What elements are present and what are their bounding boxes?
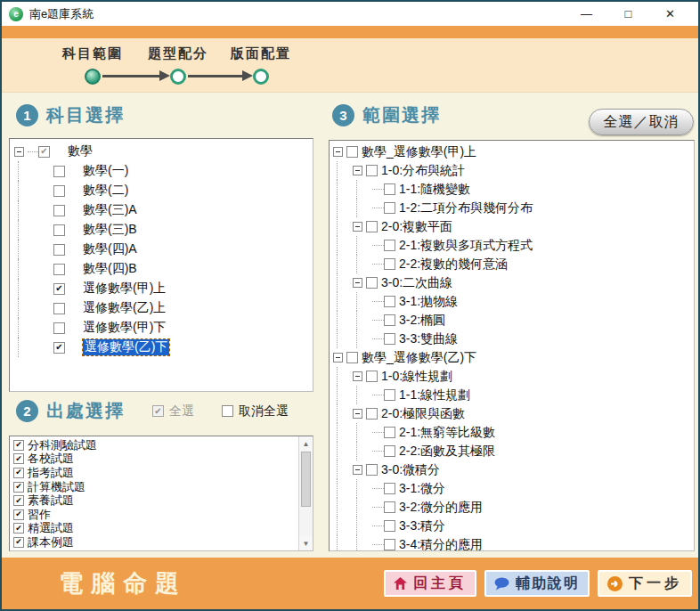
tree-row[interactable]: 數學_選修數學(甲)上 <box>330 143 694 161</box>
tree-row[interactable]: 1-0:線性規劃 <box>330 367 694 386</box>
expand-toggle-icon[interactable] <box>353 409 362 419</box>
tree-row[interactable]: 3-4:積分的應用 <box>330 535 694 551</box>
tree-row[interactable]: 數學(三)A <box>10 200 313 220</box>
tree-checkbox[interactable] <box>53 244 65 256</box>
scrollbar[interactable] <box>298 436 313 550</box>
tree-checkbox[interactable] <box>384 258 395 270</box>
tree-checkbox[interactable] <box>346 146 358 158</box>
expand-toggle-icon[interactable] <box>353 371 362 381</box>
expand-toggle-icon[interactable] <box>353 166 362 175</box>
tree-row[interactable]: 3-3:積分 <box>330 517 694 535</box>
expand-toggle-icon[interactable] <box>333 147 343 157</box>
tree-checkbox[interactable] <box>366 371 378 382</box>
tree-checkbox[interactable] <box>384 427 395 438</box>
list-item-checkbox[interactable] <box>13 453 24 464</box>
tree-row[interactable]: 數學(四)B <box>10 259 313 279</box>
select-all-checkbox[interactable] <box>152 405 164 417</box>
expand-toggle-icon[interactable] <box>353 278 362 288</box>
tree-checkbox[interactable] <box>53 224 65 236</box>
tree-row[interactable]: 選修數學(甲)下 <box>10 318 313 338</box>
tree-row[interactable]: 3-1:微分 <box>330 479 694 498</box>
list-item-checkbox[interactable] <box>13 523 24 534</box>
tree-checkbox[interactable] <box>384 183 395 195</box>
tree-row[interactable]: 選修數學(甲)上 <box>10 279 313 298</box>
tree-checkbox[interactable] <box>53 303 65 314</box>
tree-checkbox[interactable] <box>366 464 378 476</box>
scroll-up-button[interactable] <box>299 436 313 451</box>
tree-checkbox[interactable] <box>53 185 65 197</box>
tree-row[interactable]: 1-0:分布與統計 <box>330 161 694 180</box>
select-all-option[interactable]: 全選 <box>152 403 194 420</box>
scrollbar-thumb[interactable] <box>301 452 311 507</box>
tree-row[interactable]: 選修數學(乙)下 <box>10 338 313 357</box>
tree-checkbox[interactable] <box>53 342 65 354</box>
tree-row[interactable]: 數學(二) <box>10 181 313 200</box>
tree-checkbox[interactable] <box>366 408 378 420</box>
tree-row[interactable]: 2-1:無窮等比級數 <box>330 423 694 442</box>
tree-row[interactable]: 數學_選修數學(乙)下 <box>330 348 694 367</box>
tree-checkbox[interactable] <box>384 501 395 513</box>
list-item-checkbox[interactable] <box>13 537 24 548</box>
tree-row[interactable]: 2-2:複數的幾何意涵 <box>330 255 694 273</box>
expand-toggle-icon[interactable] <box>353 465 362 475</box>
tree-checkbox[interactable] <box>384 539 395 550</box>
list-item-checkbox[interactable] <box>13 440 24 451</box>
tree-checkbox[interactable] <box>366 221 378 232</box>
list-item[interactable]: 指考試題 <box>10 466 313 480</box>
tree-row[interactable]: 3-1:拋物線 <box>330 292 694 311</box>
list-item[interactable]: 課本例題 <box>10 535 313 550</box>
tree-checkbox[interactable] <box>384 445 395 457</box>
tree-checkbox[interactable] <box>384 202 395 214</box>
deselect-all-option[interactable]: 取消全選 <box>222 403 289 420</box>
list-item[interactable]: 各校試題 <box>10 452 313 467</box>
tree-checkbox[interactable] <box>384 520 395 532</box>
tree-checkbox[interactable] <box>53 264 65 275</box>
tree-row[interactable]: 2-1:複數與多項式方程式 <box>330 236 694 255</box>
tree-row[interactable]: 數學 <box>10 142 313 161</box>
tree-checkbox[interactable] <box>384 333 395 345</box>
deselect-all-checkbox[interactable] <box>222 405 233 417</box>
tree-row[interactable]: 1-1:隨機變數 <box>330 180 694 199</box>
tree-checkbox[interactable] <box>53 322 65 334</box>
tree-checkbox[interactable] <box>384 314 395 326</box>
tree-checkbox[interactable] <box>366 165 378 176</box>
tree-row[interactable]: 1-2:二項分布與幾何分布 <box>330 199 694 217</box>
expand-toggle-icon[interactable] <box>14 147 24 157</box>
tree-checkbox[interactable] <box>384 389 395 401</box>
tree-checkbox[interactable] <box>384 483 395 494</box>
list-item-checkbox[interactable] <box>13 509 24 520</box>
tree-row[interactable]: 2-0:複數平面 <box>330 217 694 236</box>
tree-row[interactable]: 數學(三)B <box>10 220 313 240</box>
tree-row[interactable]: 數學(四)A <box>10 240 313 259</box>
expand-toggle-icon[interactable] <box>333 353 343 363</box>
list-item[interactable]: 分科測驗試題 <box>10 438 313 452</box>
select-toggle-button[interactable]: 全選／取消 <box>589 109 694 135</box>
list-item-checkbox[interactable] <box>13 468 24 478</box>
close-button[interactable]: ✕ <box>649 2 691 26</box>
minimize-button[interactable]: — <box>566 2 607 26</box>
next-step-button[interactable]: 下一步 <box>598 570 692 597</box>
tree-checkbox[interactable] <box>346 352 358 363</box>
tree-checkbox[interactable] <box>38 146 50 158</box>
tree-row[interactable]: 2-2:函數及其極限 <box>330 442 694 460</box>
tree-checkbox[interactable] <box>53 205 65 216</box>
help-button[interactable]: 輔助說明 <box>484 570 590 597</box>
list-item-checkbox[interactable] <box>13 482 24 493</box>
tree-row[interactable]: 1-1:線性規劃 <box>330 386 694 404</box>
tree-row[interactable]: 3-0:微積分 <box>330 460 694 479</box>
tree-checkbox[interactable] <box>384 296 395 307</box>
tree-checkbox[interactable] <box>366 277 378 289</box>
maximize-button[interactable]: □ <box>607 2 649 26</box>
list-item[interactable]: 習作 <box>10 508 313 522</box>
tree-row[interactable]: 選修數學(乙)上 <box>10 298 313 318</box>
tree-row[interactable]: 3-3:雙曲線 <box>330 330 694 348</box>
tree-row[interactable]: 3-0:二次曲線 <box>330 273 694 292</box>
tree-checkbox[interactable] <box>384 240 395 251</box>
tree-row[interactable]: 3-2:橢圓 <box>330 311 694 330</box>
tree-row[interactable]: 3-2:微分的應用 <box>330 498 694 517</box>
tree-row[interactable]: 數學(一) <box>10 161 313 181</box>
list-item[interactable]: 素養試題 <box>10 493 313 508</box>
tree-checkbox[interactable] <box>53 166 65 177</box>
expand-toggle-icon[interactable] <box>353 222 362 232</box>
list-item-checkbox[interactable] <box>13 495 24 506</box>
